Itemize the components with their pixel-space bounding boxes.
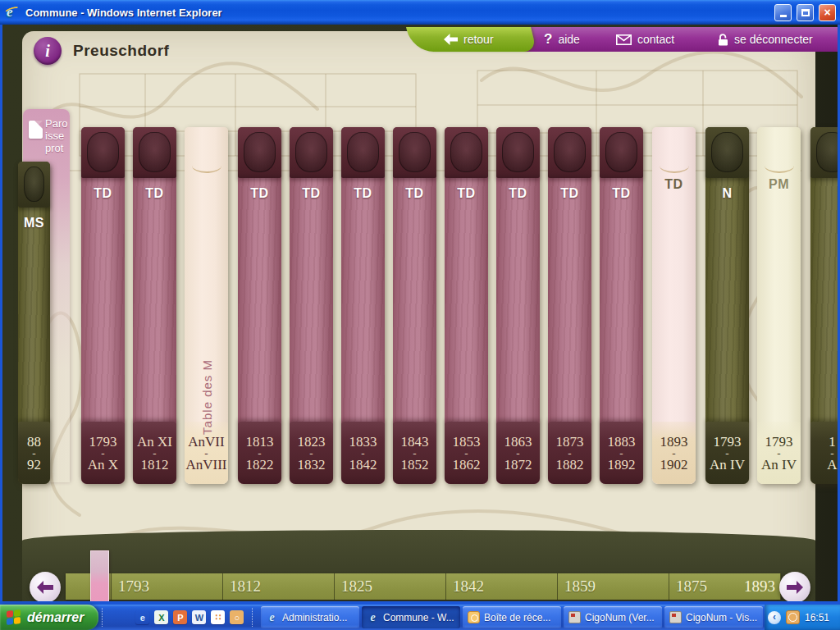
book-cap-ornament	[548, 127, 591, 178]
book-type-label: PM	[757, 176, 801, 193]
book-years: An XI-1812	[133, 422, 176, 484]
maximize-button[interactable]	[797, 4, 814, 21]
book-cap-ornament	[341, 127, 385, 178]
book-cap-ornament	[600, 127, 643, 178]
book-spine[interactable]: N1793-An IV	[705, 127, 749, 484]
help-icon: ?	[544, 31, 552, 48]
timeline-next-button[interactable]	[779, 572, 810, 601]
envelope-icon	[616, 34, 632, 45]
book-type-label: TD	[600, 185, 643, 202]
book-cap-ornament	[238, 127, 281, 178]
top-navbar: retour ? aide contact	[413, 27, 838, 52]
timeline-year-label: 1859	[564, 578, 596, 596]
app-canvas: 1793181218251842185918751893 Paro isse p…	[2, 25, 838, 601]
book-spine[interactable]: TD1843-1852	[393, 127, 436, 484]
powerpoint-icon[interactable]: P	[173, 610, 187, 624]
book-cap-ornament	[290, 127, 333, 178]
book-spine-ms[interactable]: MS 88 - 92	[18, 162, 50, 484]
book-cap-ornament	[393, 127, 436, 178]
book-cap-ornament	[445, 127, 488, 178]
book-spine[interactable]: TD1863-1872	[496, 127, 540, 484]
arrow-left-icon	[37, 581, 53, 594]
timeline-segment[interactable]: 1842	[445, 573, 557, 600]
book-years: 1893-1902	[652, 422, 696, 484]
book-spine[interactable]: TD1793-An X	[81, 127, 125, 484]
book-spine[interactable]: TD1823-1832	[290, 127, 333, 484]
book-years: 1793-An IV	[757, 422, 801, 484]
book-years: 1823-1832	[290, 422, 333, 484]
book-spine[interactable]: TD1853-1862	[445, 127, 488, 484]
timeline-segment[interactable]: 1859	[557, 573, 669, 600]
book-spine[interactable]: 1-A	[810, 127, 838, 484]
document-icon	[29, 121, 43, 139]
screen: e Commune - Windows Internet Explorer ×	[0, 0, 840, 630]
excel-icon[interactable]: X	[154, 610, 168, 624]
page-header: i Preuschdorf	[34, 37, 169, 65]
back-arrow-icon	[444, 34, 458, 45]
taskbar-button[interactable]: Boîte de réce...	[463, 606, 561, 628]
minimize-button[interactable]	[774, 4, 792, 21]
book-spine[interactable]: TD1833-1842	[341, 127, 385, 484]
tray-chevron-icon[interactable]: ‹	[768, 611, 781, 624]
book-type-label: TD	[133, 185, 176, 202]
book-type-label: TD	[445, 185, 488, 202]
mail-icon	[468, 611, 480, 623]
book-type-label: TD	[548, 185, 591, 202]
book-type-label: MS	[18, 215, 50, 231]
book-type-label: TD	[496, 185, 540, 202]
window-titlebar[interactable]: e Commune - Windows Internet Explorer ×	[0, 0, 840, 25]
timeline-year-label: 1842	[453, 578, 484, 596]
timeline-prev-button[interactable]	[30, 572, 61, 601]
info-glyph: i	[45, 42, 50, 60]
arrow-right-icon	[787, 581, 803, 594]
book-spine[interactable]: TD1813-1822	[238, 127, 281, 484]
taskbar-separator[interactable]	[252, 608, 256, 627]
ie-icon: e	[367, 611, 379, 623]
clock-icon[interactable]: ○	[230, 610, 244, 624]
task-buttons: eAdministratio...eCommune - W...Boîte de…	[261, 606, 763, 628]
nav-aide-button[interactable]: ? aide	[544, 27, 580, 52]
timeline-segment[interactable]: 1825	[334, 573, 445, 600]
book-spine[interactable]: TD1873-1882	[548, 127, 591, 484]
book-spine[interactable]: TD1883-1892	[600, 127, 643, 484]
book-type-label: TD	[393, 185, 436, 202]
book-spine[interactable]: Table des MAnVII-AnVIII	[185, 127, 228, 484]
nav-contact-button[interactable]: contact	[616, 27, 674, 52]
timeline-bar[interactable]: 1793181218251842185918751893	[66, 573, 781, 600]
book-type-label: TD	[341, 185, 385, 202]
book-years: 1843-1852	[393, 422, 436, 484]
book-spine[interactable]: TD1893-1902	[652, 127, 696, 484]
timeline-segment[interactable]: 1812	[222, 573, 334, 600]
page-title: Preuschdorf	[73, 42, 169, 60]
word-icon[interactable]: W	[192, 610, 206, 624]
taskbar-button[interactable]: eAdministratio...	[261, 606, 359, 628]
book-type-label: TD	[290, 185, 333, 202]
taskbar-button[interactable]: CigoNum (Ver...	[564, 606, 662, 628]
timeline-year-label: 1812	[230, 578, 261, 596]
close-button[interactable]: ×	[819, 4, 836, 21]
launcher-icon[interactable]: e	[135, 610, 149, 624]
timeline-slider-handle[interactable]	[90, 550, 109, 601]
taskbar-button[interactable]: eCommune - W...	[362, 606, 460, 628]
book-years: 1813-1822	[238, 422, 281, 484]
timeline-segment[interactable]: 18751893	[669, 573, 781, 600]
unlock-icon	[718, 34, 728, 46]
nav-logout-button[interactable]: se déconnecter	[718, 27, 813, 52]
book-spine[interactable]: PM1793-An IV	[757, 127, 801, 484]
window-title: Commune - Windows Internet Explorer	[25, 7, 769, 19]
nav-retour-button[interactable]: retour	[444, 27, 494, 52]
book-years: 1833-1842	[341, 422, 385, 484]
info-icon[interactable]: i	[34, 37, 62, 65]
book-type-label: N	[705, 185, 749, 202]
media-icon[interactable]: ∷	[211, 610, 225, 624]
book-years: 1-A	[810, 422, 838, 484]
book-spine[interactable]: TDAn XI-1812	[133, 127, 176, 484]
taskbar-button[interactable]: CigoNum - Vis...	[664, 606, 763, 628]
start-button[interactable]: démarrer	[0, 605, 98, 630]
book-type-label: TD	[652, 176, 696, 193]
book-type-label: TD	[238, 185, 281, 202]
timeline-segment[interactable]: 1793	[111, 573, 222, 600]
book-years: 1793-An IV	[705, 422, 749, 484]
book-vertical-label: Table des M	[199, 359, 213, 435]
taskbar-separator[interactable]	[102, 608, 106, 627]
